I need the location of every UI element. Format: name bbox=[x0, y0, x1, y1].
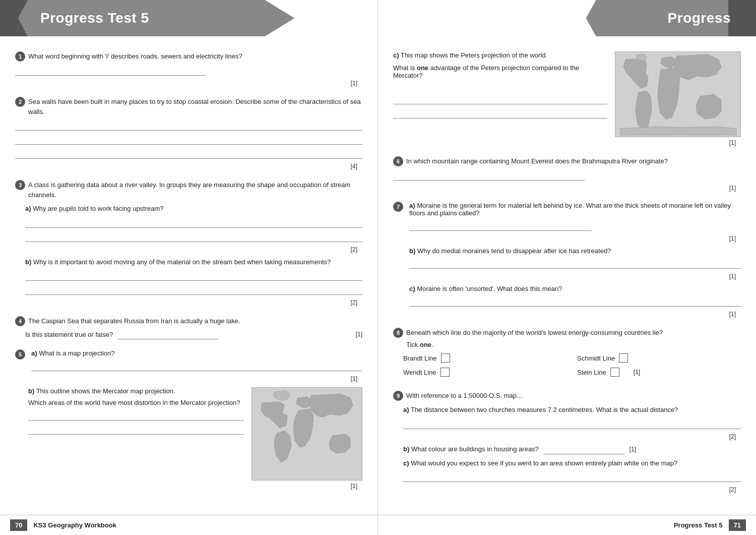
q3b-line1 bbox=[25, 271, 362, 281]
q5a-marks: [1] bbox=[31, 375, 362, 382]
q7b-marks: [1] bbox=[409, 273, 741, 280]
right-page-title: Progress bbox=[668, 10, 731, 26]
q3b-marks: [2] bbox=[25, 299, 362, 306]
q8-option-schmidt: Schmidt Line bbox=[577, 353, 741, 363]
q3a-text: a) Why are pupils told to work facing up… bbox=[25, 204, 362, 214]
q3-text: A class is gathering data about a river … bbox=[28, 180, 362, 200]
q4-number: 4 bbox=[15, 316, 25, 326]
q5b-container: b) This outline shows the Mercator map p… bbox=[28, 387, 362, 481]
right-footer: Progress Test 5 71 bbox=[378, 515, 756, 535]
q8-number: 8 bbox=[393, 328, 403, 338]
q7a: a) Moraine is the general term for mater… bbox=[409, 202, 741, 242]
q8-text: Beneath which line do the majority of th… bbox=[406, 328, 663, 338]
q7c-marks: [1] bbox=[409, 311, 741, 318]
q7c: c) Moraine is often 'unsorted'. What doe… bbox=[409, 285, 741, 318]
q4-text: The Caspian Sea that separates Russia fr… bbox=[28, 316, 240, 326]
q3b: b) Why is it important to avoid moving a… bbox=[25, 257, 362, 307]
q5a-text: a) What is a map projection? bbox=[31, 349, 362, 357]
q3a-label: a) bbox=[25, 205, 31, 212]
q9-text: With reference to a 1:50000 O.S. map… bbox=[406, 391, 523, 401]
q2-answer-area bbox=[15, 121, 362, 159]
q2-line3 bbox=[15, 149, 362, 159]
q3b-line2 bbox=[25, 285, 362, 295]
q3b-text: b) Why is it important to avoid moving a… bbox=[25, 257, 362, 267]
question-9: 9 With reference to a 1:50000 O.S. map… … bbox=[378, 388, 756, 496]
q9b-marks: [1] bbox=[629, 446, 636, 453]
q5b-marks: [1] bbox=[28, 483, 362, 490]
q7a-marks: [1] bbox=[409, 235, 741, 242]
q3a-line1 bbox=[25, 218, 362, 228]
q6-marks: [1] bbox=[393, 185, 741, 192]
q5b-line2 bbox=[28, 425, 244, 435]
question-5c: c) This map shows the Peters projection … bbox=[378, 48, 756, 149]
left-footer: 70 KS3 Geography Workbook bbox=[0, 515, 377, 535]
q8-option-brandt: Brandt Line bbox=[403, 353, 567, 363]
mercator-map bbox=[251, 387, 362, 481]
schmidt-checkbox[interactable] bbox=[619, 353, 628, 363]
q9-number: 9 bbox=[393, 391, 403, 401]
q2-number: 2 bbox=[15, 97, 25, 107]
question-8: 8 Beneath which line do the majority of … bbox=[378, 325, 756, 384]
q2-text: Sea walls have been built in many places… bbox=[28, 97, 362, 116]
q7b-line bbox=[409, 259, 741, 269]
q9c-marks: [2] bbox=[403, 486, 741, 493]
q6-text: In which mountain range containing Mount… bbox=[406, 156, 668, 166]
q5b-text2: Which areas of the world have most disto… bbox=[28, 399, 244, 406]
footer-page-left: 70 bbox=[10, 519, 27, 531]
schmidt-label: Schmidt Line bbox=[577, 354, 615, 362]
q5b-text1: b) This outline shows the Mercator map p… bbox=[28, 387, 244, 395]
q7a-line bbox=[409, 221, 592, 231]
footer-page-right: 71 bbox=[729, 519, 746, 531]
question-2: 2 Sea walls have been built in many plac… bbox=[0, 94, 377, 173]
q3b-label: b) bbox=[25, 258, 31, 266]
q2-line2 bbox=[15, 135, 362, 145]
question-6: 6 In which mountain range containing Mou… bbox=[378, 153, 756, 195]
q7b-text: b) Why do medial moraines tend to disapp… bbox=[409, 247, 741, 255]
q4-sub-text: Is this statement true or false? bbox=[25, 331, 113, 338]
wendt-label: Wendt Line bbox=[403, 369, 436, 376]
q9c-line bbox=[403, 472, 741, 482]
stein-label: Stein Line bbox=[577, 369, 606, 376]
q1-number: 1 bbox=[15, 51, 25, 62]
q4-marks: [1] bbox=[356, 331, 362, 338]
q5c-text1: c) This map shows the Peters projection … bbox=[393, 51, 607, 59]
q7-number: 7 bbox=[393, 202, 403, 212]
q1-marks: [1] bbox=[15, 80, 362, 87]
left-page-title: Progress Test 5 bbox=[40, 10, 149, 26]
q3a: a) Why are pupils told to work facing up… bbox=[25, 204, 362, 253]
peters-map bbox=[615, 51, 741, 137]
brandt-label: Brandt Line bbox=[403, 354, 437, 362]
q9c-text: c) What would you expect to see if you w… bbox=[403, 458, 741, 468]
q3a-line2 bbox=[25, 232, 362, 242]
q9c: c) What would you expect to see if you w… bbox=[403, 458, 741, 494]
q9a-line bbox=[403, 419, 741, 429]
q8-sub-text: Tick one. bbox=[406, 340, 663, 350]
question-1: 1 What word beginning with 'i' describes… bbox=[0, 48, 377, 90]
q3-number: 3 bbox=[15, 180, 25, 190]
q5b-line1 bbox=[28, 410, 244, 421]
q9b-text: b) What colour are buildings in housing … bbox=[403, 444, 539, 454]
q7c-line bbox=[409, 296, 741, 307]
q7b: b) Why do medial moraines tend to disapp… bbox=[409, 247, 741, 280]
q3a-marks: [2] bbox=[25, 246, 362, 253]
q8-option-stein: Stein Line [1] bbox=[577, 368, 741, 377]
q7c-text: c) Moraine is often 'unsorted'. What doe… bbox=[409, 285, 741, 292]
footer-book-title: KS3 Geography Workbook bbox=[33, 521, 116, 529]
q9a: a) The distance between two churches mea… bbox=[403, 405, 741, 440]
q8-option-wendt: Wendt Line bbox=[403, 368, 567, 377]
question-5: 5 a) What is a map projection? [1] b) Th… bbox=[0, 346, 377, 493]
question-7: 7 a) Moraine is the general term for mat… bbox=[378, 199, 756, 321]
q8-options: Brandt Line Schmidt Line Wendt Line Stei… bbox=[403, 353, 741, 377]
q2-line1 bbox=[15, 121, 362, 131]
q9b: b) What colour are buildings in housing … bbox=[403, 444, 741, 454]
q2-marks: [4] bbox=[15, 163, 362, 170]
wendt-checkbox[interactable] bbox=[440, 368, 450, 377]
stein-checkbox[interactable] bbox=[610, 368, 619, 377]
q1-text: What word beginning with 'i' describes r… bbox=[28, 51, 242, 62]
q5a-line bbox=[31, 361, 362, 371]
q7a-text: a) Moraine is the general term for mater… bbox=[409, 202, 741, 217]
q6-line bbox=[393, 170, 585, 181]
q6-number: 6 bbox=[393, 156, 403, 166]
brandt-checkbox[interactable] bbox=[441, 353, 450, 363]
q9a-text: a) The distance between two churches mea… bbox=[403, 405, 741, 415]
